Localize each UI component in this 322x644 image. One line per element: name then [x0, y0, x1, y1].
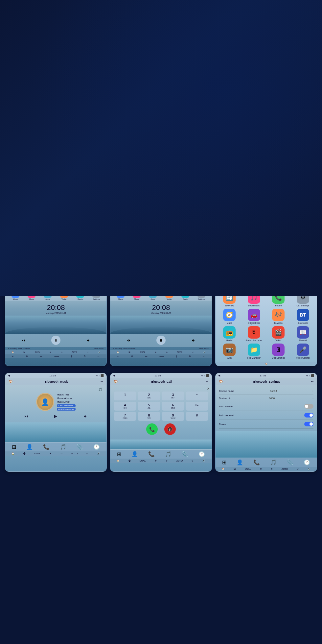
sc1-rc[interactable]: ↻: [61, 351, 62, 353]
dialer-2[interactable]: 2ABC: [138, 392, 160, 400]
dialer-hash[interactable]: #: [186, 412, 208, 421]
bt-call-return[interactable]: ↩: [206, 380, 208, 383]
app-maps[interactable]: 🧭 Maps: [218, 309, 241, 324]
bt-s-vol[interactable]: 🔊: [308, 468, 310, 470]
sc2-ref[interactable]: ↺: [192, 351, 194, 353]
sc2-prev[interactable]: ⏮: [126, 338, 130, 343]
bt-nav-clip[interactable]: 📎: [77, 444, 83, 450]
sc2-next[interactable]: ⏭: [192, 338, 196, 343]
dialer-7[interactable]: 7PQRS: [114, 412, 136, 421]
sc1-pause[interactable]: ⏸: [51, 336, 60, 345]
sc1-home[interactable]: 🏠: [12, 351, 14, 353]
bt-power-toggle[interactable]: [304, 422, 313, 426]
bt-call-nav-person[interactable]: 👤: [131, 451, 138, 457]
sc1-ac[interactable]: ❄: [50, 351, 51, 353]
bt-call-nav-clip[interactable]: 📎: [182, 451, 188, 457]
dialer-1[interactable]: 1: [114, 392, 136, 400]
sc1-ref[interactable]: ↺: [87, 351, 88, 353]
bt-m-rc[interactable]: ↻: [60, 452, 62, 455]
app-avin[interactable]: 📷 Avin: [218, 344, 241, 359]
bt-prev-btn[interactable]: ⏮: [24, 414, 28, 418]
bt-c-home[interactable]: 🏠: [117, 460, 120, 462]
bt-s-nav-clip[interactable]: 📎: [287, 459, 293, 465]
sc2-vol[interactable]: 🔊: [203, 351, 205, 353]
bt-next-btn[interactable]: ⏭: [83, 414, 87, 418]
app-manual[interactable]: 📖 Manual: [292, 326, 314, 342]
bt-s-nav-grid[interactable]: ⊞: [222, 459, 226, 465]
sc2-home[interactable]: 🏠: [117, 351, 119, 353]
sc1-next[interactable]: ⏭: [86, 338, 90, 343]
bt-call-nav-grid[interactable]: ⊞: [117, 451, 121, 457]
bt-music-home[interactable]: 🏠: [9, 380, 12, 383]
sc1-power[interactable]: ⏻: [23, 351, 25, 353]
app-sound-recorder[interactable]: 🎙 Sound Recorder: [243, 326, 265, 342]
bt-settings-back[interactable]: ◀: [218, 374, 220, 377]
sc1-b7[interactable]: ↩: [98, 355, 100, 358]
sc2-pause[interactable]: ⏸: [156, 336, 166, 345]
dialer-8[interactable]: 8TUV: [138, 412, 160, 421]
bt-music-return[interactable]: ↩: [101, 380, 103, 383]
call-accept-btn[interactable]: 📞: [146, 423, 158, 435]
app-voice-control[interactable]: 🎤 Voice Control: [292, 344, 314, 359]
bt-c-power[interactable]: ⏻: [128, 460, 131, 462]
dialer-9[interactable]: 9WXYZ: [162, 412, 184, 421]
app-video[interactable]: 🎬 Video: [267, 326, 290, 342]
bt-s-power[interactable]: ⏻: [234, 468, 236, 470]
bt-auto-connect-toggle[interactable]: [304, 413, 313, 417]
bt-call-home[interactable]: 🏠: [114, 380, 118, 383]
bt-music-back[interactable]: ◀: [8, 374, 10, 377]
sc1-vol[interactable]: 🔊: [98, 351, 100, 353]
bt-call-nav-phone[interactable]: 📞: [148, 451, 155, 457]
sc2-b7[interactable]: ↩: [203, 355, 205, 358]
bt-s-ac[interactable]: ❄: [260, 468, 262, 470]
bt-call-back[interactable]: ◀: [113, 374, 115, 377]
bt-c-rc[interactable]: ↻: [166, 460, 168, 462]
dialer-3[interactable]: 3DEF: [162, 392, 184, 400]
dialer-4[interactable]: 4GHI: [114, 402, 136, 411]
dialer-6[interactable]: 6MNO: [162, 402, 184, 411]
bt-s-ref[interactable]: ↺: [297, 468, 299, 470]
sc1-prev[interactable]: ⏮: [21, 338, 25, 343]
app-disp-settings[interactable]: 🎚 DispSettings: [267, 344, 290, 359]
dialer-star[interactable]: *: [186, 392, 208, 400]
bt-m-home[interactable]: 🏠: [12, 452, 14, 455]
sc2-rc[interactable]: ↻: [166, 351, 168, 353]
bt-settings-return[interactable]: ↩: [311, 380, 313, 383]
bt-s-home[interactable]: 🏠: [222, 468, 225, 470]
bt-m-vol[interactable]: 🔊: [97, 452, 100, 455]
bt-s-nav-music[interactable]: 🎵: [270, 459, 277, 465]
app-original-car[interactable]: 🚗 Original Car: [243, 309, 265, 324]
bt-m-ref[interactable]: ↺: [86, 452, 88, 455]
bt-c-vol[interactable]: 🔊: [202, 460, 205, 462]
bt-nav-grid[interactable]: ⊞: [12, 444, 16, 450]
sc3-home[interactable]: 🏠: [265, 363, 267, 365]
bt-call-nav-music[interactable]: 🎵: [165, 451, 172, 457]
bt-close-icon[interactable]: ✕: [112, 387, 210, 391]
app-kuwooo[interactable]: 🎶 Kuwooo: [267, 309, 290, 324]
bt-play-btn[interactable]: ▶: [54, 414, 57, 418]
bt-m-power[interactable]: ⏻: [23, 452, 26, 455]
app-bluetooth[interactable]: BT Bluetooth: [292, 309, 314, 324]
sc2-b1[interactable]: ↩: [117, 355, 119, 358]
app-radio[interactable]: 📻 Radio: [218, 326, 241, 342]
bt-c-ac[interactable]: ❄: [155, 460, 157, 462]
bt-device-pin-chevron[interactable]: ›: [312, 397, 313, 400]
bt-s-rc[interactable]: ↻: [271, 468, 273, 470]
bt-nav-music[interactable]: 🎵: [60, 444, 66, 450]
bt-m-ac[interactable]: ❄: [50, 452, 52, 455]
dialer-0dash[interactable]: 0-: [186, 402, 208, 411]
bt-nav-phone[interactable]: 📞: [43, 444, 50, 450]
bt-s-nav-phone[interactable]: 📞: [253, 459, 260, 465]
app-file-manager[interactable]: 📁 File Manager: [243, 344, 265, 359]
bt-settings-home[interactable]: 🏠: [219, 380, 223, 383]
sc2-power[interactable]: ⏻: [128, 351, 130, 353]
bt-s-nav-person[interactable]: 👤: [237, 459, 243, 465]
sc1-b1[interactable]: ↩: [12, 355, 14, 358]
call-reject-btn[interactable]: 📵: [164, 423, 176, 435]
bt-nav-person[interactable]: 👤: [26, 444, 33, 450]
bt-nav-clock[interactable]: 🕐: [93, 444, 100, 450]
bt-device-name-chevron[interactable]: ›: [312, 390, 313, 393]
bt-call-nav-clock[interactable]: 🕐: [198, 451, 205, 457]
sc2-ac[interactable]: ❄: [155, 351, 156, 353]
dialer-5[interactable]: 5JKL: [138, 402, 160, 411]
